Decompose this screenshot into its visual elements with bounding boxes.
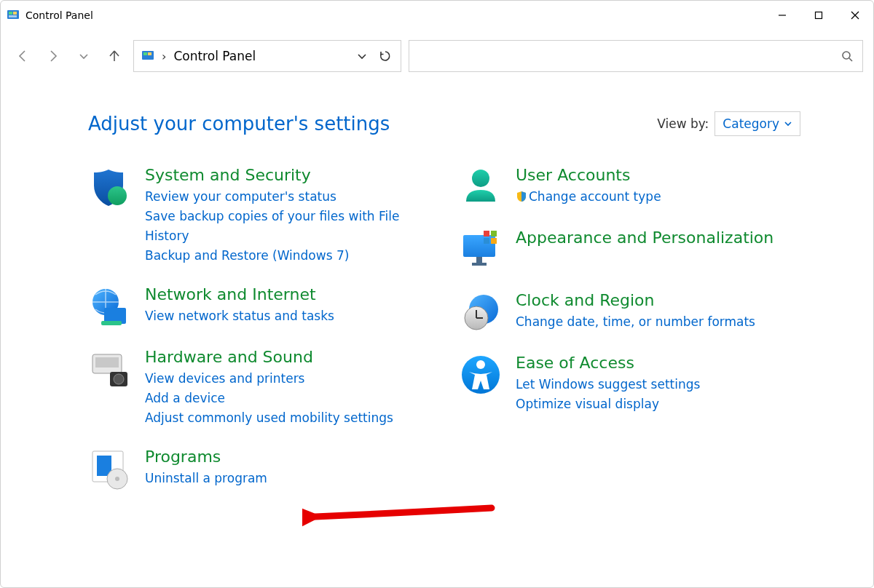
- svg-line-12: [849, 58, 852, 61]
- svg-point-25: [472, 170, 489, 187]
- chevron-right-icon[interactable]: ›: [162, 49, 166, 63]
- category-link[interactable]: Change account type: [516, 187, 800, 207]
- appearance-icon: [459, 228, 503, 271]
- search-input[interactable]: [417, 49, 839, 64]
- svg-point-24: [115, 477, 119, 481]
- category-link[interactable]: Adjust commonly used mobility settings: [145, 408, 430, 428]
- category-link[interactable]: Backup and Restore (Windows 7): [145, 246, 430, 266]
- svg-rect-16: [101, 321, 122, 325]
- category-title[interactable]: Hardware and Sound: [145, 347, 430, 368]
- category-title[interactable]: Programs: [145, 447, 430, 467]
- address-bar[interactable]: › Control Panel: [133, 40, 401, 72]
- category-link[interactable]: Change date, time, or number formats: [516, 312, 800, 332]
- category-title[interactable]: User Accounts: [516, 165, 800, 186]
- minimize-button[interactable]: [764, 1, 800, 30]
- category-user-accounts: User AccountsChange account type: [459, 165, 800, 209]
- search-box[interactable]: [409, 40, 863, 72]
- nav-recent-dropdown[interactable]: [72, 44, 95, 68]
- category-appearance-and-personalization: Appearance and Personalization: [459, 228, 800, 271]
- svg-point-13: [108, 186, 127, 205]
- category-programs: ProgramsUninstall a program: [88, 447, 430, 490]
- refresh-button[interactable]: [377, 49, 393, 63]
- search-icon[interactable]: [839, 50, 855, 62]
- app-icon: [7, 9, 20, 22]
- category-link[interactable]: Let Windows suggest settings: [516, 375, 800, 394]
- category-network-and-internet: Network and InternetView network status …: [88, 285, 430, 328]
- svg-point-11: [843, 52, 850, 59]
- nav-forward-button[interactable]: [42, 44, 65, 68]
- category-title[interactable]: Ease of Access: [516, 353, 800, 373]
- category-title[interactable]: Network and Internet: [145, 285, 430, 305]
- category-hardware-and-sound: Hardware and SoundView devices and print…: [88, 347, 430, 428]
- category-link[interactable]: Save backup copies of your files with Fi…: [145, 207, 430, 246]
- breadcrumb-item[interactable]: Control Panel: [173, 49, 256, 63]
- svg-rect-31: [484, 238, 489, 244]
- svg-point-20: [114, 374, 124, 384]
- address-dropdown[interactable]: [354, 51, 370, 61]
- viewby-value: Category: [723, 116, 779, 131]
- svg-rect-32: [491, 238, 497, 244]
- svg-rect-1: [9, 12, 12, 15]
- chevron-down-icon: [784, 119, 792, 128]
- svg-rect-29: [484, 231, 489, 237]
- category-title[interactable]: Clock and Region: [516, 290, 800, 311]
- category-link[interactable]: View network status and tasks: [145, 306, 430, 326]
- shield-icon: [88, 165, 132, 209]
- close-button[interactable]: [837, 1, 873, 30]
- titlebar: Control Panel: [1, 1, 873, 30]
- category-link[interactable]: Review your computer's status: [145, 187, 430, 207]
- clock-icon: [459, 290, 503, 334]
- svg-rect-26: [463, 235, 495, 257]
- svg-rect-28: [472, 263, 487, 266]
- programs-icon: [88, 447, 132, 490]
- user-icon: [459, 165, 503, 209]
- ease-icon: [459, 353, 503, 397]
- svg-rect-2: [13, 12, 17, 15]
- svg-point-38: [476, 360, 485, 369]
- svg-rect-3: [9, 15, 17, 17]
- category-link[interactable]: Uninstall a program: [145, 469, 430, 488]
- svg-rect-30: [491, 231, 497, 237]
- svg-rect-9: [143, 52, 147, 55]
- svg-rect-27: [476, 257, 482, 263]
- category-link[interactable]: View devices and printers: [145, 369, 430, 389]
- hardware-icon: [88, 347, 132, 391]
- nav-up-button[interactable]: [103, 44, 126, 68]
- category-system-and-security: System and SecurityReview your computer'…: [88, 165, 430, 266]
- viewby-dropdown[interactable]: Category: [714, 111, 800, 136]
- category-title[interactable]: System and Security: [145, 165, 430, 186]
- nav-row: › Control Panel: [1, 30, 873, 82]
- category-ease-of-access: Ease of AccessLet Windows suggest settin…: [459, 353, 800, 414]
- content-area: Adjust your computer's settings View by:…: [1, 82, 873, 587]
- maximize-button[interactable]: [800, 1, 837, 30]
- svg-rect-18: [95, 357, 119, 368]
- category-link[interactable]: Optimize visual display: [516, 394, 800, 414]
- category-clock-and-region: Clock and RegionChange date, time, or nu…: [459, 290, 800, 334]
- network-icon: [88, 285, 132, 328]
- viewby-label: View by:: [657, 116, 709, 131]
- svg-rect-10: [148, 52, 151, 55]
- window-title: Control Panel: [25, 9, 93, 21]
- category-link[interactable]: Add a device: [145, 389, 430, 408]
- page-heading: Adjust your computer's settings: [88, 113, 390, 135]
- control-panel-icon: [141, 49, 154, 63]
- category-title[interactable]: Appearance and Personalization: [516, 228, 800, 248]
- nav-back-button[interactable]: [11, 44, 34, 68]
- svg-rect-5: [816, 12, 822, 19]
